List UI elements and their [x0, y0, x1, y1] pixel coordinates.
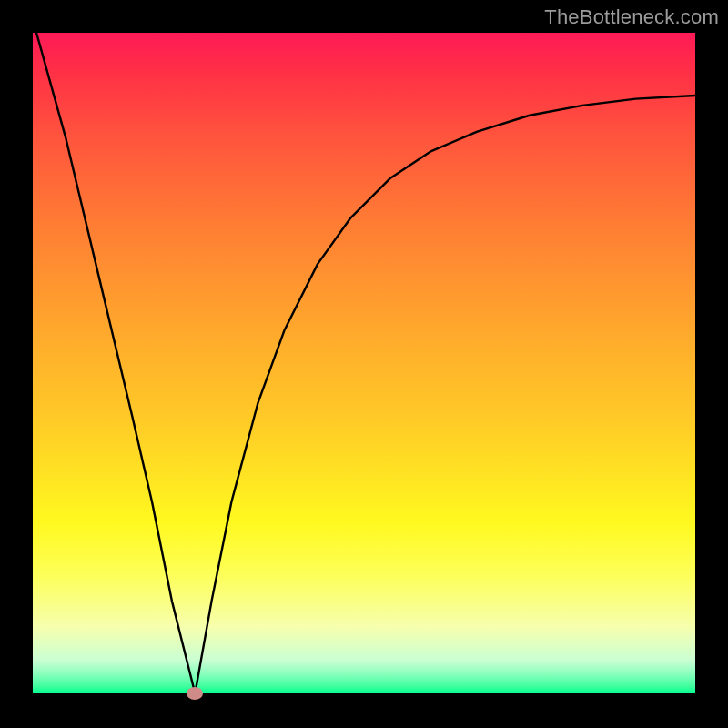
chart-frame: TheBottleneck.com — [0, 0, 728, 728]
plot-area — [33, 33, 695, 693]
minimum-marker — [187, 687, 203, 700]
bottleneck-curve — [33, 33, 695, 693]
watermark-text: TheBottleneck.com — [544, 5, 719, 29]
